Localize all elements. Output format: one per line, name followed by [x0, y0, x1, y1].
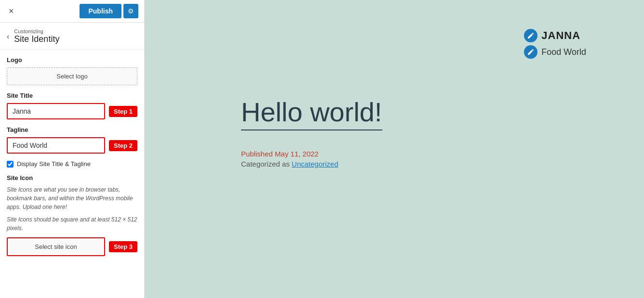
- site-title-input[interactable]: [7, 103, 105, 119]
- preview-main: Hello world! Published May 11, 2022 Cate…: [241, 96, 382, 168]
- select-icon-row: Select site icon Step 3: [7, 237, 137, 256]
- category-link[interactable]: Uncategorized: [292, 160, 338, 168]
- logo-field-group: Select logo: [7, 67, 137, 85]
- site-title-row: Step 1: [7, 103, 137, 119]
- tagline-field-group: Step 2: [7, 137, 137, 154]
- display-checkbox-row: Display Site Title & Tagline: [7, 160, 137, 168]
- site-icon-desc: Site Icons are what you see in browser t…: [7, 185, 137, 211]
- preview-tagline: Food World: [541, 47, 586, 57]
- panel-content: Logo Select logo Site Title Step 1 Tagli…: [0, 50, 144, 298]
- site-icon-label: Site Icon: [7, 174, 137, 181]
- breadcrumb-parent: Customizing: [14, 28, 59, 34]
- preview-hello-world: Hello world!: [241, 96, 382, 130]
- breadcrumb-text: Customizing Site Identity: [14, 28, 59, 44]
- step1-badge: Step 1: [109, 106, 137, 117]
- preview-meta: Published May 11, 2022 Categorized as Un…: [241, 150, 382, 168]
- site-icon-size: Site Icons should be square and at least…: [7, 215, 137, 233]
- published-date: May 11, 2022: [275, 150, 319, 158]
- top-bar: × Publish ⚙: [0, 0, 144, 23]
- gear-button[interactable]: ⚙: [123, 4, 138, 18]
- select-icon-button[interactable]: Select site icon: [7, 237, 105, 256]
- step3-badge: Step 3: [109, 241, 137, 252]
- published-label: Published: [241, 150, 273, 158]
- tagline-input[interactable]: [7, 137, 105, 154]
- site-title-field-group: Step 1: [7, 103, 137, 119]
- preview-site-title: JANNA: [541, 29, 580, 42]
- breadcrumb: ‹ Customizing Site Identity: [0, 23, 144, 50]
- publish-button[interactable]: Publish: [80, 4, 121, 18]
- site-title-label: Site Title: [7, 92, 137, 99]
- select-logo-button[interactable]: Select logo: [7, 67, 137, 85]
- tagline-label: Tagline: [7, 126, 137, 133]
- left-panel: × Publish ⚙ ‹ Customizing Site Identity …: [0, 0, 145, 298]
- preview-header: JANNA Food World: [524, 29, 586, 59]
- preview-panel: JANNA Food World Hello world! Published …: [145, 0, 644, 298]
- logo-label: Logo: [7, 56, 137, 64]
- display-checkbox-label: Display Site Title & Tagline: [17, 160, 91, 168]
- preview-published: Published May 11, 2022: [241, 150, 382, 158]
- close-button[interactable]: ×: [6, 5, 17, 17]
- display-checkbox[interactable]: [7, 161, 13, 168]
- tagline-row: Step 2: [7, 137, 137, 154]
- back-button[interactable]: ‹: [7, 32, 9, 41]
- preview-tagline-icon: [524, 45, 537, 59]
- preview-site-icon: [524, 29, 537, 42]
- categorized-label: Categorized as: [241, 160, 290, 168]
- preview-site-name-row: JANNA: [524, 29, 586, 42]
- breadcrumb-title: Site Identity: [14, 34, 59, 44]
- preview-tagline-row: Food World: [524, 45, 586, 59]
- preview-category: Categorized as Uncategorized: [241, 160, 382, 168]
- top-actions: Publish ⚙: [80, 4, 138, 18]
- step2-badge: Step 2: [109, 140, 137, 151]
